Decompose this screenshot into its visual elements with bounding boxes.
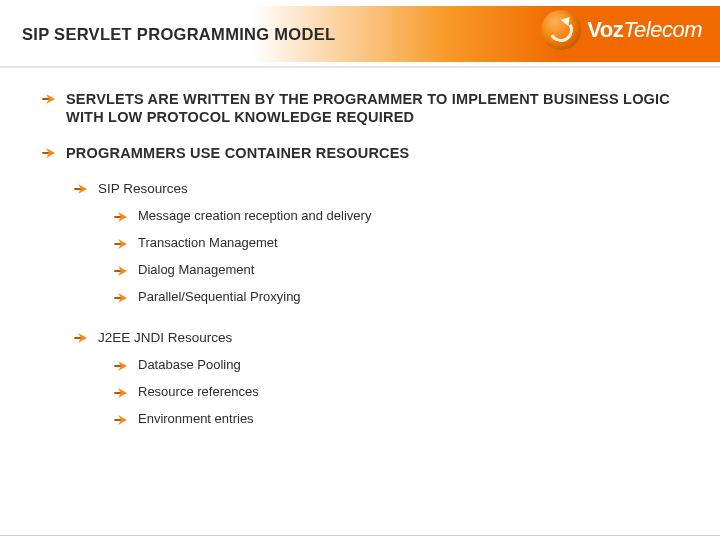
logo-swirl-icon <box>541 10 581 50</box>
arrow-icon <box>74 182 88 196</box>
bullet-text: SIP Resources <box>98 180 188 198</box>
bullet-level0: PROGRAMMERS USE CONTAINER RESOURCES <box>42 144 690 162</box>
arrow-icon <box>114 386 128 400</box>
slide-header: SIP SERVLET PROGRAMMING MODEL VozTelecom <box>0 0 720 68</box>
bullet-level2: Dialog Management <box>114 262 690 279</box>
bullet-text: Database Pooling <box>138 357 241 374</box>
bullet-level0: SERVLETS ARE WRITTEN BY THE PROGRAMMER T… <box>42 90 690 126</box>
arrow-icon <box>114 210 128 224</box>
header-rule <box>0 66 720 68</box>
arrow-icon <box>42 146 56 160</box>
logo-text: VozTelecom <box>587 17 702 43</box>
arrow-icon <box>114 291 128 305</box>
bullet-level2: Resource references <box>114 384 690 401</box>
brand-logo: VozTelecom <box>541 10 702 50</box>
bullet-level1: SIP Resources <box>74 180 690 198</box>
arrow-icon <box>114 237 128 251</box>
logo-bold: Voz <box>587 17 623 42</box>
arrow-icon <box>74 331 88 345</box>
bullet-level2: Transaction Managemet <box>114 235 690 252</box>
bullet-text: Message creation reception and delivery <box>138 208 371 225</box>
arrow-icon <box>114 413 128 427</box>
bullet-text: Parallel/Sequential Proxying <box>138 289 301 306</box>
bullet-text: Resource references <box>138 384 259 401</box>
bullet-level2: Environment entries <box>114 411 690 428</box>
bullet-level2: Database Pooling <box>114 357 690 374</box>
bullet-text: Transaction Managemet <box>138 235 278 252</box>
arrow-icon <box>42 92 56 106</box>
slide-body: SERVLETS ARE WRITTEN BY THE PROGRAMMER T… <box>0 68 720 428</box>
logo-italic: Telecom <box>623 17 702 42</box>
bullet-level2: Message creation reception and delivery <box>114 208 690 225</box>
arrow-icon <box>114 264 128 278</box>
bullet-text: J2EE JNDI Resources <box>98 329 232 347</box>
slide-title: SIP SERVLET PROGRAMMING MODEL <box>0 25 335 44</box>
bullet-text: Dialog Management <box>138 262 254 279</box>
bullet-level1: J2EE JNDI Resources <box>74 329 690 347</box>
bullet-text: PROGRAMMERS USE CONTAINER RESOURCES <box>66 144 409 162</box>
footer-rule <box>0 535 720 536</box>
bullet-level2: Parallel/Sequential Proxying <box>114 289 690 306</box>
bullet-text: SERVLETS ARE WRITTEN BY THE PROGRAMMER T… <box>66 90 690 126</box>
bullet-text: Environment entries <box>138 411 254 428</box>
arrow-icon <box>114 359 128 373</box>
